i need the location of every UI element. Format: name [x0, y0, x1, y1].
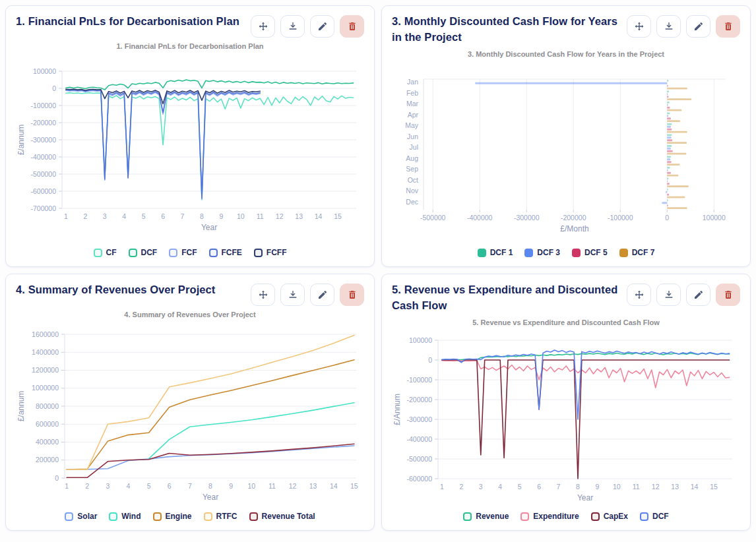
- svg-text:5: 5: [518, 483, 522, 491]
- move-button[interactable]: [627, 284, 651, 306]
- move-icon: [258, 289, 268, 300]
- delete-button[interactable]: [340, 284, 364, 306]
- svg-text:£/Annum: £/Annum: [393, 394, 402, 425]
- legend-marker: [463, 512, 472, 521]
- legend-item[interactable]: FCFE: [209, 248, 242, 257]
- legend-item[interactable]: DCF 5: [572, 248, 608, 257]
- move-button[interactable]: [251, 284, 275, 306]
- svg-text:7: 7: [181, 212, 185, 220]
- svg-text:7: 7: [557, 483, 561, 491]
- panel-financial-pnls: 1. Financial PnLs for Decarbonisation Pl…: [5, 5, 375, 267]
- dashboard-grid: 1. Financial PnLs for Decarbonisation Pl…: [0, 0, 756, 536]
- svg-text:-100000: -100000: [30, 102, 56, 109]
- trash-icon: [723, 289, 734, 300]
- svg-text:12: 12: [289, 482, 297, 490]
- svg-text:1: 1: [440, 483, 444, 491]
- pencil-icon: [693, 21, 704, 32]
- edit-button[interactable]: [310, 284, 334, 306]
- legend-label: DCF 7: [632, 248, 655, 257]
- legend-marker: [204, 512, 212, 521]
- pencil-icon: [317, 289, 328, 300]
- download-icon: [664, 289, 674, 300]
- svg-text:Aug: Aug: [406, 154, 418, 162]
- delete-button[interactable]: [340, 15, 364, 38]
- svg-text:Oct: Oct: [408, 175, 418, 183]
- legend-marker: [129, 249, 137, 257]
- legend-label: DCF: [652, 512, 669, 521]
- legend-item[interactable]: Wind: [109, 512, 141, 521]
- chart-title: 5. Revenue vs Expenditure and Discounted…: [392, 318, 740, 326]
- svg-text:Year: Year: [201, 223, 217, 232]
- svg-text:0: 0: [428, 356, 432, 364]
- download-button[interactable]: [280, 284, 305, 306]
- legend-marker: [254, 249, 263, 257]
- legend-item[interactable]: DCF 3: [524, 248, 560, 257]
- edit-button[interactable]: [686, 284, 710, 306]
- panel-toolbar: [251, 14, 364, 38]
- legend-label: Engine: [166, 512, 192, 521]
- legend-marker: [591, 512, 600, 521]
- legend-item[interactable]: FCFF: [254, 248, 287, 257]
- panel-header: 3. Monthly Discounted Cash Flow for Year…: [392, 14, 740, 45]
- svg-text:8: 8: [200, 212, 204, 220]
- move-button[interactable]: [627, 15, 651, 38]
- svg-text:3: 3: [479, 483, 483, 491]
- svg-text:Apr: Apr: [408, 110, 419, 118]
- svg-text:-200000: -200000: [30, 119, 56, 127]
- svg-text:1600000: 1600000: [32, 330, 59, 338]
- panel-header: 5. Revenue vs Expenditure and Discounted…: [392, 282, 740, 314]
- download-button[interactable]: [656, 15, 681, 38]
- svg-text:-600000: -600000: [30, 187, 56, 195]
- legend-item[interactable]: CapEx: [591, 512, 628, 521]
- move-button[interactable]: [251, 15, 275, 38]
- legend-item[interactable]: DCF 1: [478, 248, 513, 257]
- svg-text:£/Month: £/Month: [560, 224, 588, 233]
- panel-header: 4. Summary of Revenues Over Project: [16, 282, 364, 306]
- legend-item[interactable]: Engine: [153, 512, 192, 521]
- legend-item[interactable]: DCF 7: [619, 248, 655, 257]
- legend-item[interactable]: Revenue Total: [249, 512, 315, 521]
- legend-label: Revenue Total: [262, 512, 315, 521]
- svg-text:4: 4: [498, 483, 502, 491]
- download-button[interactable]: [656, 284, 681, 306]
- edit-button[interactable]: [310, 15, 334, 38]
- delete-button[interactable]: [716, 15, 740, 38]
- svg-text:13: 13: [671, 483, 679, 491]
- svg-text:1: 1: [65, 482, 69, 490]
- svg-text:15: 15: [334, 212, 342, 220]
- legend-item[interactable]: FCF: [169, 248, 197, 257]
- svg-text:4: 4: [127, 482, 131, 490]
- edit-button[interactable]: [686, 15, 710, 38]
- legend-item[interactable]: Revenue: [463, 512, 509, 521]
- legend-marker: [619, 249, 628, 257]
- monthly-dcf-chart: -500000-400000-300000-200000-10000001000…: [392, 73, 740, 233]
- legend-item[interactable]: DCF: [640, 512, 669, 521]
- svg-text:£/annum: £/annum: [16, 390, 26, 421]
- svg-text:Jan: Jan: [407, 78, 418, 86]
- legend-item[interactable]: RTFC: [204, 512, 237, 521]
- svg-text:-200000: -200000: [561, 214, 586, 222]
- legend-item[interactable]: Expenditure: [520, 512, 579, 521]
- svg-text:0: 0: [55, 473, 59, 481]
- legend-item[interactable]: CF: [94, 248, 117, 257]
- svg-text:-500000: -500000: [420, 214, 446, 222]
- panel-revenue-vs-expenditure: 5. Revenue vs Expenditure and Discounted…: [381, 274, 751, 531]
- svg-text:£/annum: £/annum: [16, 125, 26, 156]
- download-button[interactable]: [280, 15, 305, 38]
- delete-button[interactable]: [716, 284, 740, 306]
- svg-text:200000: 200000: [36, 456, 59, 464]
- legend-item[interactable]: DCF: [129, 248, 158, 257]
- svg-text:-500000: -500000: [406, 455, 432, 463]
- legend-item[interactable]: Solar: [65, 512, 97, 521]
- chart-title: 1. Financial PnLs for Decarbonisation Pl…: [16, 42, 364, 50]
- financial-pnls-chart: 1000000-100000-200000-300000-400000-5000…: [16, 66, 364, 232]
- svg-text:-300000: -300000: [30, 136, 56, 144]
- chart-title: 3. Monthly Discounted Cash Flow for Year…: [392, 50, 740, 58]
- legend-marker: [524, 249, 533, 257]
- svg-text:-600000: -600000: [406, 475, 432, 483]
- chart-legend: RevenueExpenditureCapExDCF: [392, 512, 740, 521]
- legend-label: Revenue: [476, 512, 509, 521]
- legend-label: Wind: [121, 512, 141, 521]
- svg-text:13: 13: [295, 212, 303, 220]
- legend-label: FCFE: [222, 248, 242, 257]
